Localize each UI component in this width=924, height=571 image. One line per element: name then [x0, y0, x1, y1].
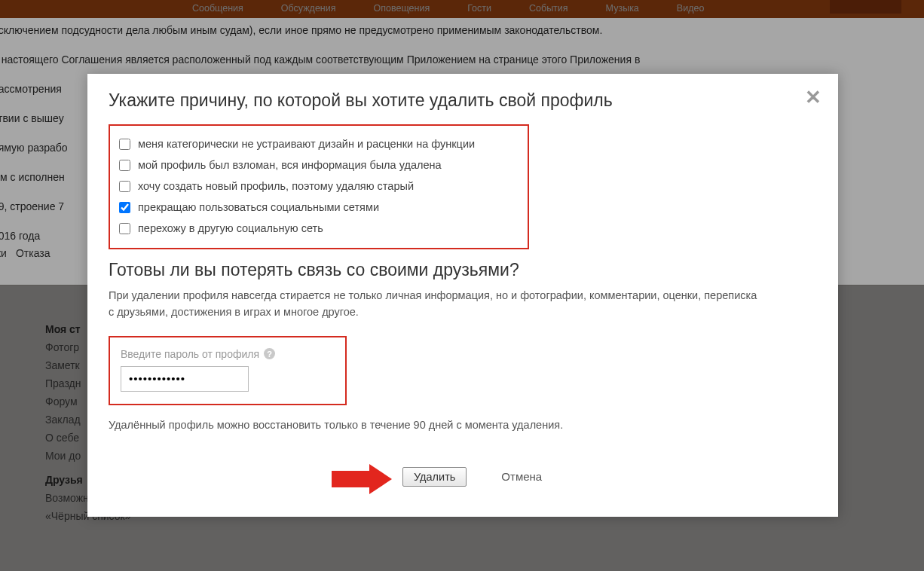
password-section: Введите пароль от профиля ? — [109, 336, 347, 405]
reason-option[interactable]: мой профиль был взломан, вся информация … — [119, 154, 519, 176]
reason-option[interactable]: меня категорически не устраивают дизайн … — [119, 133, 519, 154]
annotation-arrow-icon — [332, 464, 393, 494]
reason-checkbox[interactable] — [119, 139, 130, 150]
reasons-group: меня категорически не устраивают дизайн … — [109, 124, 529, 249]
reason-option[interactable]: перехожу в другую социальную сеть — [119, 218, 519, 239]
cancel-button[interactable]: Отмена — [501, 470, 542, 483]
reason-checkbox[interactable] — [119, 160, 130, 171]
modal-subheading: Готовы ли вы потерять связь со своими др… — [109, 260, 817, 280]
password-input[interactable] — [121, 366, 249, 392]
reason-checkbox[interactable] — [119, 202, 130, 213]
recover-note: Удалённый профиль можно восстановить тол… — [109, 419, 817, 431]
reason-checkbox[interactable] — [119, 223, 130, 234]
modal-warning-text: При удалении профиля навсегда стирается … — [109, 288, 764, 321]
reason-checkbox[interactable] — [119, 181, 130, 192]
password-label: Введите пароль от профиля ? — [121, 348, 335, 360]
reason-option[interactable]: хочу создать новый профиль, поэтому удал… — [119, 176, 519, 197]
delete-profile-modal: ✕ Укажите причину, по которой вы хотите … — [87, 74, 838, 517]
reason-label: прекращаю пользоваться социальными сетям… — [138, 201, 379, 213]
reason-label: перехожу в другую социальную сеть — [138, 222, 323, 234]
help-icon[interactable]: ? — [264, 348, 275, 359]
reason-label: мой профиль был взломан, вся информация … — [138, 159, 442, 171]
reason-label: хочу создать новый профиль, поэтому удал… — [138, 180, 414, 192]
close-icon[interactable]: ✕ — [805, 87, 822, 107]
modal-actions: Удалить Отмена — [109, 467, 817, 487]
delete-button[interactable]: Удалить — [402, 467, 467, 487]
reason-option[interactable]: прекращаю пользоваться социальными сетям… — [119, 197, 519, 218]
modal-title: Укажите причину, по которой вы хотите уд… — [109, 90, 817, 111]
reason-label: меня категорически не устраивают дизайн … — [138, 138, 475, 150]
